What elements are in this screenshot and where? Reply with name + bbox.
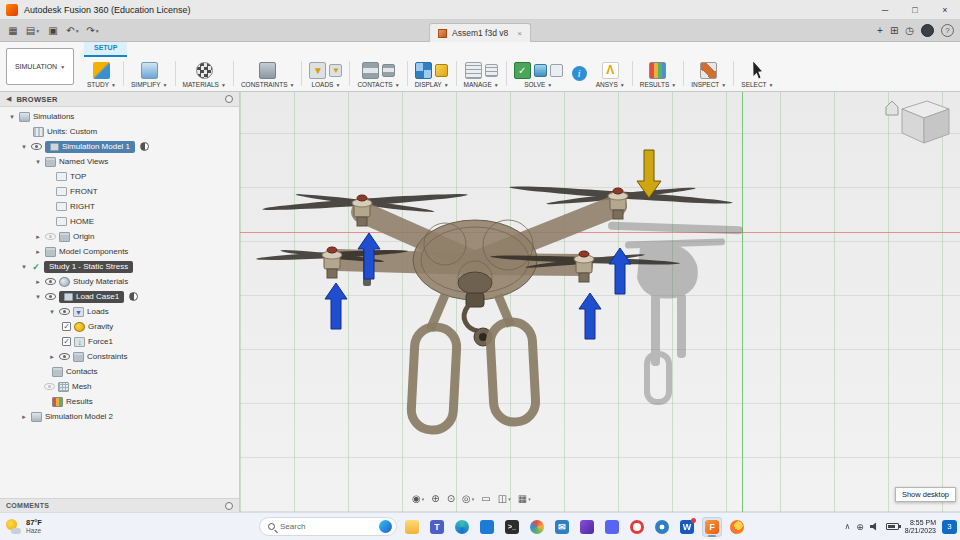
zoom-icon[interactable]: ◎▾ <box>462 493 474 504</box>
activate-radio-icon[interactable] <box>140 142 149 151</box>
tree-item-gravity[interactable]: ✓ Gravity <box>0 319 239 334</box>
close-button[interactable]: × <box>930 0 960 20</box>
file-menu-icon[interactable]: ▤▼ <box>24 22 42 40</box>
results-icon[interactable] <box>649 62 666 79</box>
battery-icon[interactable] <box>886 523 899 530</box>
workspace-selector[interactable]: SIMULATION ▼ <box>6 48 74 85</box>
maximize-button[interactable]: □ <box>900 0 930 20</box>
ribbon-group-select[interactable]: SELECT▼ <box>736 57 778 90</box>
ribbon-group-ansys[interactable]: Λ ANSYS▼ <box>591 57 630 90</box>
force1-checkbox[interactable]: ✓ <box>62 337 71 346</box>
display-icon[interactable] <box>415 62 432 79</box>
ribbon-group-manage[interactable]: MANAGE▼ <box>459 57 504 90</box>
minimize-button[interactable]: ─ <box>870 0 900 20</box>
job-status-icon[interactable]: ◷ <box>905 25 914 36</box>
tab-setup[interactable]: SETUP <box>84 42 127 57</box>
app-grid-icon[interactable]: ▦ <box>4 22 22 40</box>
taskbar-app-terminal[interactable]: >_ <box>502 517 522 537</box>
expand-icon[interactable]: ▸ <box>34 278 42 286</box>
orbit-icon[interactable]: ◉▾ <box>412 493 424 504</box>
inspect-icon[interactable] <box>700 62 717 79</box>
tree-item-loads[interactable]: ▾ ▼ Loads <box>0 304 239 319</box>
gravity-checkbox[interactable]: ✓ <box>62 322 71 331</box>
tray-clock[interactable]: 8:55 PM 8/21/2023 <box>905 519 936 535</box>
expand-icon[interactable]: ▾ <box>34 293 42 301</box>
hidden-icons-chevron[interactable]: ∧ <box>844 522 850 531</box>
ribbon-group-solve[interactable]: ✓ SOLVE▼ <box>509 57 568 90</box>
tree-item-constraints[interactable]: ▸ Constraints <box>0 349 239 364</box>
taskbar-app-store[interactable] <box>477 517 497 537</box>
manage-contacts-icon[interactable] <box>382 64 395 77</box>
search-input[interactable]: Search <box>259 517 397 536</box>
ansys-icon[interactable]: Λ <box>602 62 619 79</box>
tree-item-force1[interactable]: ✓ ↓ Force1 <box>0 334 239 349</box>
ribbon-group-display[interactable]: DISPLAY▼ <box>410 57 454 90</box>
settings-icon[interactable] <box>485 64 498 77</box>
constraints-icon[interactable] <box>259 62 276 79</box>
job-list-icon[interactable] <box>550 64 563 77</box>
panel-options-icon[interactable] <box>225 95 233 103</box>
ribbon-group-loads[interactable]: ▼ ▼ LOADS▼ <box>304 57 347 90</box>
contacts-icon[interactable] <box>362 62 379 79</box>
tree-item-named-views[interactable]: ▾ Named Views <box>0 154 239 169</box>
materials-icon[interactable] <box>196 62 213 79</box>
study-icon[interactable] <box>93 62 110 79</box>
taskbar-app-media-player[interactable] <box>577 517 597 537</box>
look-at-icon[interactable]: ⊙ <box>447 493 455 504</box>
ribbon-group-study[interactable]: STUDY▼ <box>82 57 121 90</box>
user-avatar[interactable] <box>921 24 934 37</box>
drone-body[interactable] <box>338 206 616 346</box>
expand-icon[interactable]: ▾ <box>34 158 42 166</box>
expand-icon[interactable]: ▾ <box>48 308 56 316</box>
extensions-icon[interactable]: ⊞ <box>890 25 898 36</box>
tree-item-units[interactable]: Units: Custom <box>0 124 239 139</box>
expand-icon[interactable]: ▾ <box>20 143 28 151</box>
taskbar-app-teams[interactable]: T <box>427 517 447 537</box>
visibility-eye-icon[interactable] <box>45 233 56 240</box>
taskbar-app-firefox[interactable] <box>727 517 747 537</box>
visibility-eye-icon[interactable] <box>45 293 56 300</box>
expand-comments-icon[interactable] <box>225 502 233 510</box>
taskbar-app-photos[interactable] <box>527 517 547 537</box>
pan-icon[interactable]: ⊕ <box>431 493 439 504</box>
tree-item-origin[interactable]: ▸ Origin <box>0 229 239 244</box>
start-button[interactable] <box>234 517 254 537</box>
visibility-eye-icon[interactable] <box>59 308 70 315</box>
tree-item-simulation-model-2[interactable]: ▸ Simulation Model 2 <box>0 409 239 424</box>
notification-badge[interactable]: 3 <box>942 520 957 534</box>
taskbar-app-discord[interactable] <box>602 517 622 537</box>
document-tab[interactable]: Assem1 f3d v8 × <box>429 23 531 42</box>
grid-settings-icon[interactable]: ▦▾ <box>518 493 531 504</box>
ribbon-group-constraints[interactable]: CONSTRAINTS▼ <box>236 57 300 90</box>
tree-item-contacts[interactable]: Contacts <box>0 364 239 379</box>
redo-icon[interactable]: ↷▼ <box>84 22 102 40</box>
expand-icon[interactable]: ▾ <box>8 113 16 121</box>
expand-icon[interactable]: ▸ <box>34 248 42 256</box>
weather-widget[interactable]: 87°F Haze <box>6 519 42 535</box>
tree-item-mesh[interactable]: Mesh <box>0 379 239 394</box>
tree-item-view-top[interactable]: TOP <box>0 169 239 184</box>
tree-item-view-home[interactable]: HOME <box>0 214 239 229</box>
home-icon[interactable] <box>886 101 898 115</box>
taskbar-app-edge[interactable] <box>452 517 472 537</box>
taskbar-app-fusion-360[interactable]: F <box>702 517 722 537</box>
view-cube[interactable] <box>886 101 949 143</box>
ribbon-group-simplify[interactable]: SIMPLIFY▼ <box>126 57 173 90</box>
close-tab-icon[interactable]: × <box>517 29 522 38</box>
tree-item-results[interactable]: Results <box>0 394 239 409</box>
ribbon-group-contacts[interactable]: CONTACTS▼ <box>352 57 404 90</box>
model-canvas[interactable] <box>240 92 955 512</box>
visibility-eye-icon[interactable] <box>59 353 70 360</box>
cloud-solve-icon[interactable] <box>534 64 547 77</box>
tree-item-view-right[interactable]: RIGHT <box>0 199 239 214</box>
tree-item-load-case-1[interactable]: ▾ Load Case1 <box>0 289 239 304</box>
select-cursor-icon[interactable] <box>750 62 764 79</box>
structural-loads-icon[interactable]: ▼ <box>309 62 326 79</box>
ribbon-group-results[interactable]: RESULTS▼ <box>635 57 681 90</box>
expand-icon[interactable]: ▸ <box>34 233 42 241</box>
display-settings-icon[interactable]: ◫▾ <box>498 493 511 504</box>
tree-item-study-1[interactable]: ▾ ✓ Study 1 - Static Stress <box>0 259 239 274</box>
collapse-panel-icon[interactable]: ◀ <box>6 95 11 103</box>
tree-item-simulation-model-1[interactable]: ▾ Simulation Model 1 <box>0 139 239 154</box>
ribbon-group-inspect[interactable]: INSPECT▼ <box>686 57 731 90</box>
